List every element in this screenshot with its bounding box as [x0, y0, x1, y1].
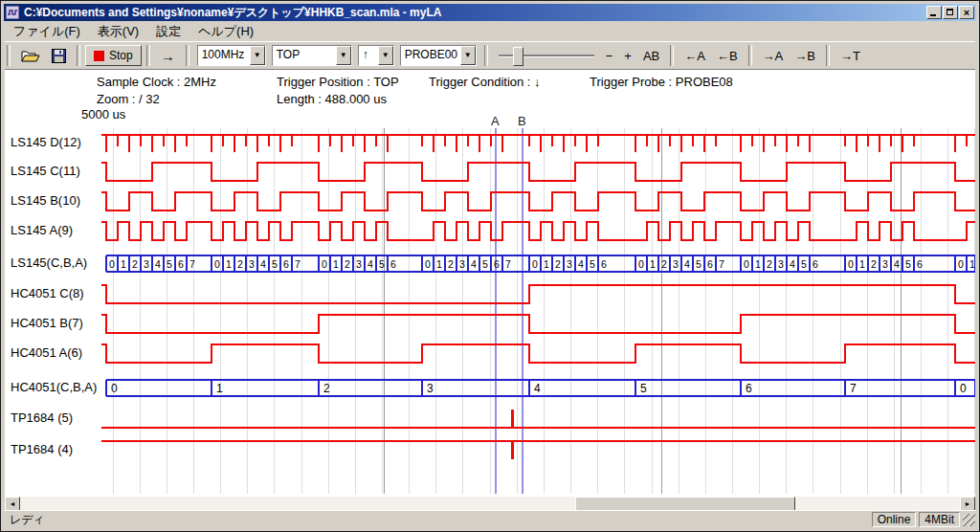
cursor-b-label[interactable]: B: [518, 114, 526, 128]
bus-value: 1: [859, 258, 865, 270]
chevron-down-icon[interactable]: ▼: [336, 46, 351, 65]
channel-label: HC4051 A(6): [11, 345, 82, 360]
open-file-button[interactable]: [15, 44, 46, 67]
menu-view[interactable]: 表示(V): [89, 22, 147, 41]
stop-label: Stop: [109, 49, 133, 62]
waveform-trace: [101, 285, 975, 303]
app-icon: [6, 6, 19, 19]
channel-label: TP1684 (5): [11, 410, 73, 425]
bus-value: 3: [778, 258, 784, 270]
stop-button[interactable]: Stop: [85, 45, 142, 66]
bus-value: 1: [216, 382, 223, 395]
bus-value: 3: [459, 258, 465, 270]
minimize-icon: [930, 14, 936, 16]
time-scale-label: 5000 us: [81, 107, 125, 122]
bus-value: 1: [226, 258, 232, 270]
bus-value: 1: [969, 258, 975, 270]
save-button[interactable]: [46, 44, 72, 67]
bus-value: 1: [755, 258, 761, 270]
bus-value: 6: [917, 258, 923, 270]
open-folder-icon: [21, 49, 40, 63]
bus-value: 6: [390, 258, 396, 270]
zoom-in-button[interactable]: +: [618, 44, 637, 67]
waveform-trace: [101, 315, 975, 333]
stop-icon: [94, 51, 104, 61]
goto-trigger-button[interactable]: →T: [835, 44, 866, 67]
menu-help[interactable]: ヘルプ(H): [189, 22, 262, 41]
bus-value: 0: [744, 258, 749, 270]
close-button[interactable]: ×: [959, 6, 974, 19]
channel-label: LS145 C(11): [11, 164, 80, 178]
move-left-to-a-button[interactable]: ←A: [679, 44, 711, 67]
close-icon: ×: [960, 7, 973, 18]
chevron-down-icon[interactable]: ▼: [250, 46, 265, 65]
channel-label: LS145(C,B,A): [11, 255, 87, 270]
sample-rate-combo[interactable]: 100MHz ▼: [197, 45, 266, 66]
status-online-badge: Online: [872, 512, 917, 527]
bus-value: 0: [638, 258, 644, 270]
bus-value: 5: [590, 258, 595, 270]
bus-value: 1: [436, 258, 442, 270]
slider-thumb[interactable]: [513, 47, 523, 66]
resize-grip[interactable]: [963, 514, 975, 526]
bus-value: 1: [544, 258, 549, 270]
bus-value: 0: [322, 258, 327, 270]
bus-value: 6: [813, 258, 818, 270]
channel-label: HC4051(C,B,A): [11, 380, 97, 394]
menu-file[interactable]: ファイル(F): [5, 22, 89, 41]
trigger-probe-combo[interactable]: PROBE00 ▼: [400, 45, 477, 66]
channel-label: LS145 D(12): [11, 135, 81, 149]
bus-value: 2: [345, 258, 350, 270]
trigger-probe-info: Trigger Probe : PROBE08: [590, 75, 733, 89]
waveform-trace: [101, 163, 975, 181]
sample-clock-info: Sample Clock : 2MHz: [97, 75, 216, 89]
bus-value: 4: [368, 258, 373, 270]
bus-value: 5: [379, 258, 385, 270]
trigger-edge-combo[interactable]: ↑ ▼: [358, 45, 394, 66]
bus-value: 5: [640, 382, 647, 395]
bus-value: 7: [295, 258, 301, 270]
bus-value: 7: [719, 258, 724, 270]
bus-value: 4: [790, 258, 795, 270]
minimize-button[interactable]: [926, 6, 942, 19]
run-arrow-icon: →: [161, 48, 175, 64]
bus-value: 5: [167, 258, 172, 270]
move-right-to-a-button[interactable]: →A: [757, 44, 790, 67]
bus-value: 3: [356, 258, 362, 270]
bus-value: 7: [850, 382, 857, 395]
zoom-slider[interactable]: [499, 45, 594, 66]
bus-value: 0: [111, 382, 118, 395]
maximize-button[interactable]: [943, 6, 958, 19]
zoom-out-button[interactable]: −: [600, 44, 619, 67]
status-memory-badge: 4MBit: [919, 512, 960, 527]
bus-value: 1: [121, 258, 126, 270]
bus-value: 2: [555, 258, 561, 270]
bus-value: 4: [684, 258, 690, 270]
chevron-down-icon[interactable]: ▼: [460, 46, 476, 65]
bus-value: 2: [661, 258, 667, 270]
window-title: C:¥Documents and Settings¥noname¥デスクトップ¥…: [24, 4, 441, 21]
titlebar: C:¥Documents and Settings¥noname¥デスクトップ¥…: [4, 4, 976, 21]
menu-settings[interactable]: 設定: [147, 22, 189, 41]
toolbar-separator: [670, 45, 674, 66]
cursor-a-label[interactable]: A: [491, 114, 500, 128]
toolbar-separator: [484, 45, 488, 66]
trigger-position-info: Trigger Position : TOP: [277, 75, 399, 89]
move-left-to-b-button[interactable]: ←B: [711, 44, 744, 67]
bus-value: 6: [494, 258, 500, 270]
bus-value: 3: [567, 258, 572, 270]
bus-value: 4: [894, 258, 900, 270]
bus-value: 2: [767, 258, 772, 270]
bus-value: 5: [272, 258, 278, 270]
run-button[interactable]: →: [155, 44, 181, 67]
bus-value: 3: [249, 258, 255, 270]
ab-button[interactable]: AB: [637, 44, 665, 67]
channel-label: TP1684 (4): [11, 442, 73, 456]
chevron-down-icon[interactable]: ▼: [378, 46, 393, 65]
move-right-to-b-button[interactable]: →B: [789, 44, 821, 67]
waveform-plot[interactable]: 0123456701234567012345601234567012345601…: [101, 128, 975, 494]
trigger-position-combo[interactable]: TOP ▼: [272, 45, 352, 66]
toolbar-separator: [77, 45, 80, 66]
toolbar-separator: [7, 45, 11, 66]
waveform-trace: [101, 192, 975, 211]
